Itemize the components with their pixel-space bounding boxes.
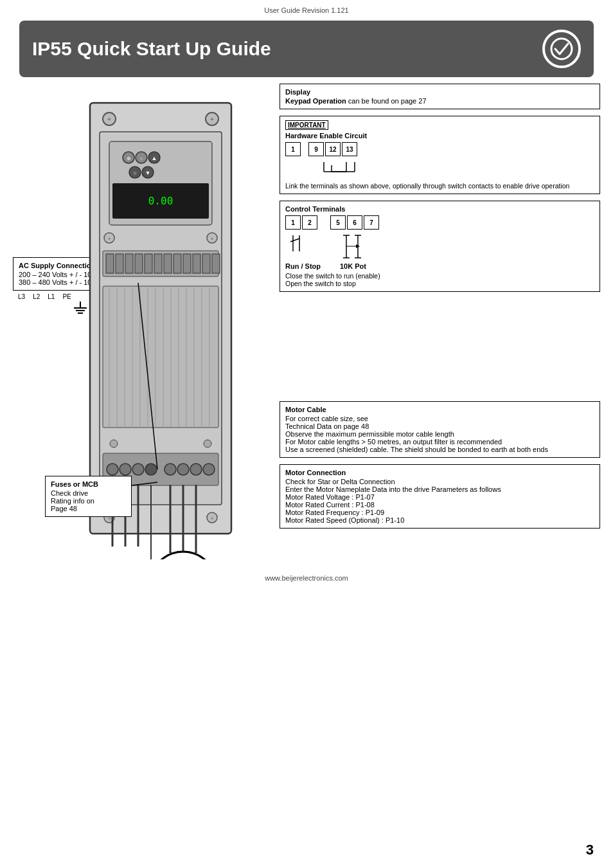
svg-point-64 bbox=[177, 464, 189, 475]
hardware-enable-diagram: 1 9 12 13 bbox=[285, 142, 594, 179]
svg-rect-33 bbox=[145, 254, 152, 273]
motor-connection-box: Motor Connection Check for Star or Delta… bbox=[280, 464, 600, 529]
svg-rect-29 bbox=[106, 254, 114, 273]
info-column: Display Keypad Operation can be found on… bbox=[280, 84, 600, 529]
svg-point-65 bbox=[190, 464, 202, 475]
fuses-box: Fuses or MCB Check drive Rating info on … bbox=[45, 476, 132, 517]
he-terminal-9: 9 bbox=[308, 142, 324, 156]
svg-rect-39 bbox=[202, 254, 210, 273]
svg-rect-31 bbox=[125, 254, 133, 273]
svg-rect-36 bbox=[173, 254, 181, 273]
mc-line3: Motor Rated Current : P1-08 bbox=[285, 501, 594, 509]
svg-point-62 bbox=[145, 464, 157, 475]
svg-text:⊕: ⊕ bbox=[127, 156, 131, 161]
he-terminal-12: 12 bbox=[325, 142, 341, 156]
page: User Guide Revision 1.121 IP55 Quick Sta… bbox=[0, 0, 613, 585]
mc-line4: Motor Rated Frequency : P1-09 bbox=[285, 509, 594, 516]
he-terminal-1: 1 bbox=[285, 142, 301, 156]
motor-cable-box: Motor Cable For correct cable size, see … bbox=[280, 401, 600, 458]
content-area: AC Supply Connection 200 – 240 Volts + /… bbox=[0, 80, 613, 565]
run-stop-label: Run / Stop bbox=[285, 262, 321, 270]
fuses-annotation: Fuses or MCB Check drive Rating info on … bbox=[45, 476, 132, 517]
mc-line2: Motor Rated Voltage : P1-07 bbox=[285, 493, 594, 501]
fuses-line1: Check drive bbox=[51, 489, 126, 497]
display-box: Display Keypad Operation can be found on… bbox=[280, 84, 600, 109]
motor-cable-line3: For Motor cable lengths > 50 metres, an … bbox=[285, 438, 594, 446]
label-l3: L3 bbox=[18, 293, 25, 300]
svg-point-57 bbox=[204, 440, 211, 448]
svg-rect-37 bbox=[183, 254, 191, 273]
switch-svg bbox=[285, 232, 388, 261]
hardware-enable-title: Hardware Enable Circuit bbox=[285, 132, 594, 140]
svg-rect-38 bbox=[193, 254, 200, 273]
ct-desc1: Close the switch to run (enable) bbox=[285, 272, 594, 280]
keypad-bold: Keypad Operation bbox=[285, 97, 346, 105]
svg-rect-30 bbox=[116, 254, 123, 273]
svg-text:▲: ▲ bbox=[152, 155, 157, 161]
ct-desc2: Open the switch to stop bbox=[285, 280, 594, 287]
svg-text:+: + bbox=[211, 516, 214, 521]
svg-point-63 bbox=[164, 464, 176, 475]
run-stop-labels: Run / Stop 10K Pot bbox=[285, 262, 594, 270]
control-terminals-title: Control Terminals bbox=[285, 205, 594, 213]
svg-point-66 bbox=[203, 464, 215, 475]
he-link-svg bbox=[285, 159, 362, 178]
svg-rect-32 bbox=[135, 254, 143, 273]
drive-diagram-area: + + ⊕ ○ ▲ ○ bbox=[45, 96, 270, 561]
checkmark-icon bbox=[550, 37, 573, 60]
svg-text:+: + bbox=[210, 116, 214, 123]
mc-line0: Check for Star or Delta Connection bbox=[285, 478, 594, 485]
page-title: IP55 Quick Start Up Guide bbox=[32, 38, 271, 60]
motor-connection-title: Motor Connection bbox=[285, 469, 594, 476]
svg-rect-34 bbox=[154, 254, 162, 273]
svg-rect-41 bbox=[103, 286, 218, 428]
revision-text: User Guide Revision 1.121 bbox=[264, 6, 348, 14]
ct-terminal-grid: 1 2 5 6 7 bbox=[285, 215, 594, 230]
diagram-column: AC Supply Connection 200 – 240 Volts + /… bbox=[13, 84, 270, 561]
motor-cable-title: Motor Cable bbox=[285, 406, 594, 413]
ct-terminal-5: 5 bbox=[330, 215, 346, 230]
ct-terminal-2: 2 bbox=[302, 215, 317, 230]
svg-line-93 bbox=[290, 239, 299, 242]
website-text: www.beijerelectronics.com bbox=[265, 574, 348, 582]
ct-terminal-7: 7 bbox=[364, 215, 379, 230]
svg-rect-40 bbox=[212, 254, 220, 273]
svg-text:○: ○ bbox=[133, 170, 136, 176]
motor-cable-line0: For correct cable size, see bbox=[285, 415, 594, 422]
page-footer: www.beijerelectronics.com bbox=[0, 565, 613, 585]
pot-label: 10K Pot bbox=[340, 262, 366, 270]
label-l2: L2 bbox=[33, 293, 40, 300]
display-title: Display bbox=[285, 88, 594, 96]
svg-point-60 bbox=[120, 464, 131, 475]
svg-text:▼: ▼ bbox=[145, 170, 151, 176]
motor-cable-line2: Observe the maximum permissible motor ca… bbox=[285, 430, 594, 438]
fuses-title: Fuses or MCB bbox=[51, 480, 126, 488]
control-terminals-box: Control Terminals 1 2 5 6 7 bbox=[280, 201, 600, 292]
fuses-line3: Page 48 bbox=[51, 505, 126, 512]
fuses-line2: Rating info on bbox=[51, 497, 126, 505]
mc-line1: Enter the Motor Nameplate Data into the … bbox=[285, 485, 594, 493]
he-terminal-grid: 1 9 12 13 bbox=[285, 142, 594, 156]
svg-text:0.00: 0.00 bbox=[148, 195, 173, 207]
hardware-enable-box: IMPORTANT Hardware Enable Circuit 1 9 12… bbox=[280, 116, 600, 194]
important-label: IMPORTANT bbox=[285, 120, 328, 130]
svg-text:○: ○ bbox=[140, 156, 143, 161]
checkmark-badge bbox=[542, 30, 581, 68]
svg-text:+: + bbox=[211, 236, 214, 242]
motor-cable-line4: Use a screened (shielded) cable. The shi… bbox=[285, 446, 594, 453]
ct-terminal-1: 1 bbox=[285, 215, 301, 230]
keypad-text: Keypad Operation can be found on page 27 bbox=[285, 97, 594, 105]
svg-text:+: + bbox=[108, 236, 111, 242]
keypad-suffix: can be found on page 27 bbox=[346, 97, 427, 105]
title-bar: IP55 Quick Start Up Guide bbox=[19, 21, 594, 77]
page-header: User Guide Revision 1.121 bbox=[0, 0, 613, 17]
svg-text:+: + bbox=[107, 116, 111, 123]
mc-line5: Motor Rated Speed (Optional) : P1-10 bbox=[285, 516, 594, 524]
svg-rect-35 bbox=[164, 254, 172, 273]
he-terminal-13: 13 bbox=[342, 142, 357, 156]
svg-point-61 bbox=[132, 464, 144, 475]
svg-point-59 bbox=[107, 464, 118, 475]
page-number: 3 bbox=[586, 842, 594, 858]
ct-terminal-6: 6 bbox=[347, 215, 362, 230]
svg-point-56 bbox=[110, 440, 118, 448]
